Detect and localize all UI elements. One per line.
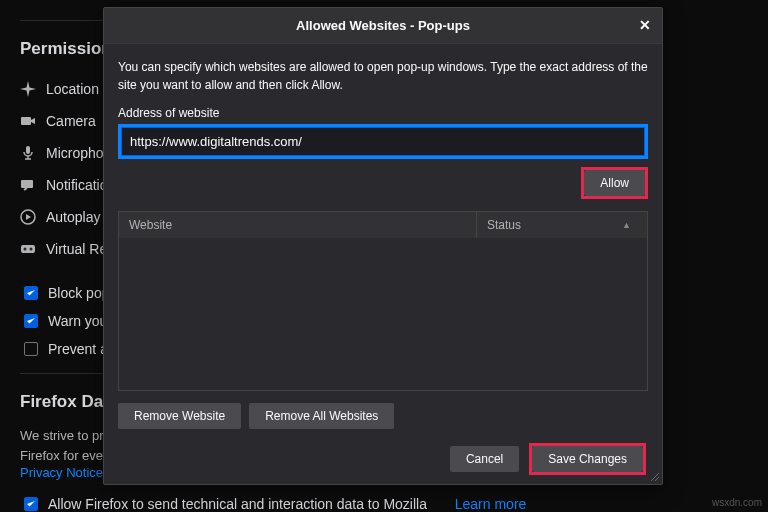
svg-rect-0 [21,117,31,125]
camera-icon [20,113,36,129]
table-header: Website Status ▲ [119,212,647,238]
address-input[interactable] [121,127,645,156]
vr-icon [20,241,36,257]
perm-label: Camera [46,113,96,129]
dialog-title: Allowed Websites - Pop-ups [296,18,470,33]
learn-more-link[interactable]: Learn more [455,496,527,512]
sort-icon: ▲ [622,220,637,230]
checkbox-icon[interactable] [24,286,38,300]
th-status-label: Status [487,218,521,232]
svg-rect-1 [26,146,30,154]
watermark: wsxdn.com [712,497,762,508]
perm-label: Location [46,81,99,97]
th-website[interactable]: Website [119,212,477,238]
autoplay-icon [20,209,36,225]
remove-website-button[interactable]: Remove Website [118,403,241,429]
remove-all-button[interactable]: Remove All Websites [249,403,394,429]
dialog-header: Allowed Websites - Pop-ups ✕ [104,8,662,44]
url-input-highlight [118,124,648,159]
dialog-intro: You can specify which websites are allow… [118,58,648,94]
table-body[interactable] [119,238,647,390]
checkbox-icon[interactable] [24,342,38,356]
svg-point-6 [30,248,33,251]
microphone-icon [20,145,36,161]
resize-handle[interactable] [648,470,660,482]
svg-rect-4 [21,245,35,253]
th-status[interactable]: Status ▲ [477,212,647,238]
allowed-websites-dialog: Allowed Websites - Pop-ups ✕ You can spe… [103,7,663,485]
checkbox-icon[interactable] [24,314,38,328]
save-changes-button[interactable]: Save Changes [532,446,643,472]
close-button[interactable]: ✕ [636,16,654,34]
location-icon [20,81,36,97]
svg-point-5 [24,248,27,251]
allow-highlight: Allow [581,167,648,199]
notifications-icon [20,177,36,193]
perm-label: Autoplay [46,209,100,225]
website-table: Website Status ▲ [118,211,648,391]
check-label: Allow Firefox to send technical and inte… [48,496,427,512]
checkbox-icon[interactable] [24,497,38,511]
save-highlight: Save Changes [529,443,646,475]
allow-button[interactable]: Allow [584,170,645,196]
svg-rect-2 [21,180,33,188]
address-label: Address of website [118,106,648,120]
check-allow-tech[interactable]: Allow Firefox to send technical and inte… [20,490,748,512]
cancel-button[interactable]: Cancel [450,446,519,472]
